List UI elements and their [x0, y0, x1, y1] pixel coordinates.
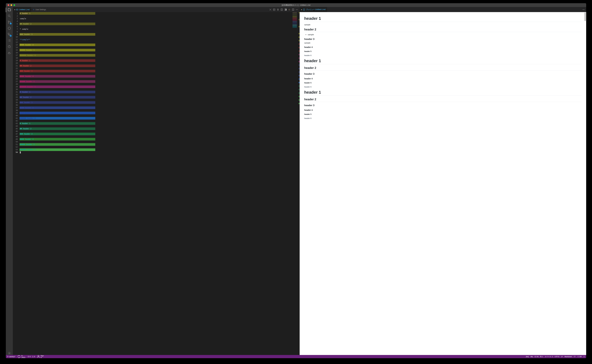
line-number: 31	[13, 91, 18, 93]
code-line[interactable]	[20, 30, 204, 33]
code-line[interactable]: ## header 2	[20, 65, 204, 67]
code-line[interactable]	[20, 15, 204, 17]
search-icon[interactable]	[7, 14, 11, 18]
run-icon[interactable]: 4	[7, 32, 11, 36]
tab-label: Untitled-1.md	[19, 9, 29, 11]
code-line[interactable]: sample	[20, 17, 204, 20]
code-line[interactable]	[20, 78, 204, 80]
line-number: 40	[13, 114, 18, 117]
svg-point-16	[33, 9, 34, 10]
code-line[interactable]: ### header 3	[20, 70, 204, 72]
code-line[interactable]	[20, 72, 204, 75]
line-number: 38	[13, 109, 18, 112]
line-number: 26	[13, 78, 18, 80]
svg-rect-13	[9, 52, 9, 52]
code-line[interactable]	[20, 88, 204, 91]
text-editor[interactable]: 1234567891011121314151617181920212223242…	[13, 12, 204, 124]
code-line[interactable]	[20, 109, 204, 112]
code-line[interactable]: #### header 4	[20, 75, 204, 78]
code-line[interactable]: ###### header 6	[20, 54, 204, 57]
debug-icon[interactable]	[7, 26, 11, 30]
line-number: 19	[13, 59, 18, 62]
code-line[interactable]	[20, 20, 204, 23]
app-window: [拡張機能開発ホスト] - Untitled-1.md 3 4 ●	[6, 3, 204, 124]
line-number: 37	[13, 106, 18, 109]
code-line[interactable]	[20, 93, 204, 96]
line-number: 15	[13, 49, 18, 51]
tab-label: User Settings	[36, 9, 46, 11]
line-number: 29	[13, 85, 18, 88]
code-line[interactable]	[20, 51, 204, 54]
code-line[interactable]: **sample**	[20, 38, 204, 41]
code-line[interactable]: # header 1	[20, 122, 204, 124]
tab-user-settings[interactable]: User Settings	[31, 7, 48, 12]
code-line[interactable]: ##### header 5	[20, 49, 204, 51]
code-line[interactable]	[20, 41, 204, 44]
code-line[interactable]: ## header 2	[20, 96, 204, 98]
line-number: 6	[13, 25, 18, 28]
code-line[interactable]	[20, 62, 204, 65]
markdown-file-icon	[16, 9, 18, 11]
code-line[interactable]	[20, 83, 204, 85]
code-line[interactable]	[20, 120, 204, 122]
code-line[interactable]: ###### header 6	[20, 85, 204, 88]
explorer-icon[interactable]	[7, 8, 11, 12]
code-line[interactable]: # header 1	[20, 59, 204, 62]
line-number: 21	[13, 65, 18, 67]
scm-icon[interactable]: 3	[7, 20, 11, 24]
line-number: 8	[13, 30, 18, 33]
code-line[interactable]: * sample	[20, 28, 204, 30]
code-line[interactable]: ## header 2	[20, 23, 204, 25]
line-number: 32	[13, 93, 18, 96]
window-close-button[interactable]	[7, 4, 9, 6]
line-number: 3	[13, 17, 18, 20]
svg-rect-11	[9, 52, 9, 53]
line-number: 36	[13, 104, 18, 106]
editor-tabs: ● Untitled-1.md User Settings	[13, 7, 204, 12]
code-line[interactable]: ###### header 6	[20, 117, 204, 120]
checklist-icon[interactable]	[7, 39, 11, 42]
code-line[interactable]	[20, 46, 204, 49]
extensions-icon[interactable]	[7, 45, 11, 48]
line-number: 22	[13, 67, 18, 70]
code-line[interactable]	[20, 67, 204, 70]
editor-pane: ● Untitled-1.md User Settings	[13, 7, 204, 124]
line-number: 23	[13, 70, 18, 72]
code-line[interactable]	[20, 98, 204, 101]
docker-icon[interactable]	[7, 51, 11, 54]
code-line[interactable]: # header 1	[20, 91, 204, 93]
code-line[interactable]: ##### header 5	[20, 80, 204, 83]
svg-point-2	[8, 21, 9, 22]
svg-point-0	[8, 15, 10, 17]
line-number: 34	[13, 98, 18, 101]
line-number: 43	[13, 122, 18, 124]
line-number: 39	[13, 112, 18, 114]
window-minimize-button[interactable]	[11, 4, 12, 6]
code-line[interactable]	[20, 114, 204, 117]
line-number: 17	[13, 54, 18, 57]
code-line[interactable]	[20, 104, 204, 106]
svg-rect-6	[8, 33, 9, 34]
line-number: 14	[13, 46, 18, 49]
code-line[interactable]	[20, 57, 204, 59]
line-number: 10	[13, 36, 18, 38]
titlebar: [拡張機能開発ホスト] - Untitled-1.md	[6, 3, 204, 7]
tab-untitled[interactable]: ● Untitled-1.md	[13, 7, 31, 12]
svg-line-1	[10, 16, 11, 17]
line-number: 12	[13, 41, 18, 44]
line-number: 42	[13, 120, 18, 122]
code-line[interactable]: # header 1	[20, 12, 204, 15]
line-number: 4	[13, 20, 18, 23]
code-line[interactable]	[20, 36, 204, 38]
code-line[interactable]: ### header 3	[20, 101, 204, 104]
line-number: 13	[13, 44, 18, 46]
svg-point-4	[10, 22, 11, 23]
code-line[interactable]	[20, 25, 204, 28]
code-line[interactable]: #### header 4	[20, 106, 204, 109]
window-maximize-button[interactable]	[13, 4, 15, 6]
code-line[interactable]: #### header 4	[20, 44, 204, 46]
line-number: 9	[13, 33, 18, 36]
code-line[interactable]: ##### header 5	[20, 112, 204, 114]
line-number: 11	[13, 38, 18, 41]
code-line[interactable]: ### header 3	[20, 33, 204, 36]
